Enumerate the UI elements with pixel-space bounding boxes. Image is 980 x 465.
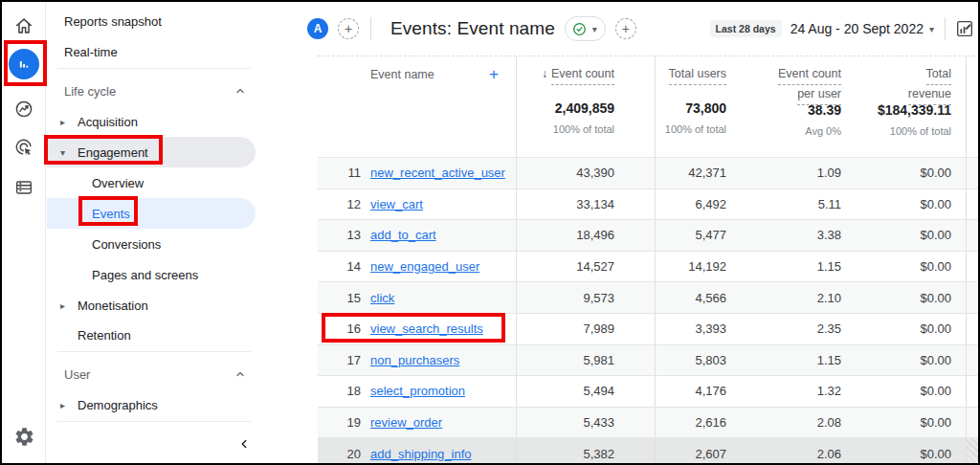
row-number: 20 — [332, 447, 361, 461]
sidebar-item-label: Real-time — [64, 45, 118, 59]
revenue-cell: $0.00 — [849, 189, 967, 220]
event-count-header-cell: ↓Event count 2,409,859 100% of total — [517, 56, 656, 157]
chevron-up-icon — [234, 368, 246, 380]
event-name-cell: 13add_to_cart — [318, 220, 517, 251]
event-name-cell: 11new_recent_active_user — [318, 158, 517, 188]
event-name-link[interactable]: non_purchasers — [370, 353, 459, 367]
collapsed-arrow-icon: ▸ — [60, 117, 78, 127]
totals-per-user: 38.39 — [734, 100, 841, 121]
nav-rail — [2, 2, 46, 463]
row-number: 17 — [332, 353, 361, 367]
table-scroll-sliver — [966, 345, 980, 376]
sidebar-item-reports-snapshot[interactable]: Reports snapshot — [47, 6, 162, 36]
event-name-link[interactable]: add_shipping_info — [370, 447, 472, 461]
sidebar-divider — [57, 421, 251, 422]
event-name-link[interactable]: click — [370, 291, 394, 305]
table-scroll-sliver — [966, 282, 980, 313]
total-users-cell: 3,393 — [656, 314, 734, 344]
event-name-cell: 16view_search_results — [318, 314, 517, 344]
row-number: 12 — [332, 197, 361, 211]
expanded-arrow-icon: ▾ — [60, 147, 78, 158]
revenue-cell: $0.00 — [849, 314, 967, 344]
sidebar-item-monetisation[interactable]: ▸ Monetisation — [47, 290, 148, 321]
per-user-cell: 3.38 — [734, 220, 849, 251]
add-dimension-button[interactable]: + — [489, 65, 499, 84]
sidebar-collapse-button[interactable] — [229, 429, 259, 459]
event-count-cell: 5,433 — [517, 408, 656, 438]
sidebar-item-events[interactable]: Events — [47, 198, 256, 229]
column-header-event-count[interactable]: Event count — [551, 65, 614, 85]
chevron-down-icon: ▾ — [592, 24, 597, 34]
sidebar-divider — [57, 351, 251, 352]
revenue-cell: $0.00 — [849, 438, 967, 465]
comparison-avatar[interactable]: A — [307, 18, 328, 39]
event-count-per-user-header-cell: Event count per user 38.39 Avg 0% — [734, 56, 849, 157]
explore-icon[interactable] — [2, 94, 46, 124]
event-name-cell: 20add_shipping_info — [318, 438, 517, 465]
table-row: 17non_purchasers5,9815,8031.15$0.00 — [318, 344, 980, 376]
column-header-per-user-line1[interactable]: Event count — [778, 65, 841, 85]
library-icon[interactable] — [2, 172, 46, 203]
sidebar-section-user[interactable]: User — [47, 359, 256, 389]
per-user-cell: 2.06 — [734, 438, 849, 465]
sidebar-item-label: Pages and screens — [92, 268, 198, 282]
header-divider — [945, 17, 946, 40]
chevron-down-icon: ▾ — [929, 24, 934, 34]
reports-icon[interactable] — [2, 49, 46, 79]
total-users-cell: 5,803 — [656, 345, 734, 376]
per-user-cell: 1.32 — [734, 376, 849, 407]
event-count-cell: 7,989 — [517, 314, 656, 344]
event-name-link[interactable]: view_cart — [370, 197, 423, 211]
event-name-link[interactable]: new_recent_active_user — [370, 166, 505, 180]
row-number: 11 — [332, 166, 361, 180]
sidebar-item-label: Acquisition — [78, 115, 138, 129]
table-row: 13add_to_cart18,4965,4773.38$0.00 — [318, 219, 980, 251]
sidebar-item-demographics[interactable]: ▸ Demographics — [47, 389, 158, 420]
report-header: A + Events: Event name ▾ + Last 28 days … — [303, 2, 980, 55]
all-users-filter-chip[interactable]: ▾ — [565, 16, 606, 41]
revenue-cell: $0.00 — [849, 252, 967, 282]
sidebar-section-life-cycle[interactable]: Life cycle — [47, 76, 256, 106]
add-comparison-button[interactable]: + — [338, 18, 359, 39]
total-users-cell: 2,616 — [656, 408, 734, 438]
add-filter-button[interactable]: + — [615, 18, 636, 39]
event-name-link[interactable]: view_search_results — [370, 321, 483, 336]
sidebar-item-real-time[interactable]: Real-time — [47, 36, 118, 67]
row-number: 19 — [332, 415, 361, 430]
sort-descending-icon[interactable]: ↓ — [542, 67, 547, 80]
sidebar-item-acquisition[interactable]: ▸ Acquisition — [47, 106, 138, 137]
per-user-cell: 5.11 — [734, 189, 849, 220]
event-count-cell: 5,981 — [517, 345, 656, 376]
event-name-link[interactable]: add_to_cart — [370, 228, 436, 242]
settings-gear-icon[interactable] — [2, 421, 46, 452]
sidebar-item-label: Retention — [78, 328, 131, 343]
table-header-row: Event name + ↓Event count 2,409,859 100%… — [318, 55, 980, 157]
event-name-link[interactable]: select_promotion — [370, 384, 465, 398]
home-icon[interactable] — [2, 11, 46, 41]
total-revenue-header-cell: Total revenue $184,339.11 100% of total — [849, 56, 967, 157]
sidebar-item-conversions[interactable]: Conversions — [47, 229, 161, 259]
revenue-cell: $0.00 — [849, 158, 967, 188]
total-users-cell: 5,477 — [656, 220, 734, 251]
reports-icon-selected — [9, 49, 39, 79]
date-range-value: 24 Aug - 20 Sept 2022 — [791, 21, 924, 36]
date-range-picker[interactable]: 24 Aug - 20 Sept 2022 ▾ — [791, 21, 934, 36]
event-name-link[interactable]: review_order — [370, 415, 442, 430]
sidebar-item-overview[interactable]: Overview — [47, 167, 144, 198]
header-divider — [370, 17, 371, 40]
advertising-icon[interactable] — [2, 132, 46, 163]
chevron-up-icon — [234, 85, 246, 97]
sidebar-item-pages-and-screens[interactable]: Pages and screens — [47, 259, 198, 290]
event-count-cell: 5,382 — [517, 438, 656, 465]
column-header-event-name[interactable]: Event name — [370, 68, 434, 81]
customize-report-icon[interactable] — [954, 18, 975, 39]
row-number: 15 — [332, 291, 361, 305]
event-name-cell: 19review_order — [318, 408, 517, 438]
sidebar-item-engagement[interactable]: ▾ Engagement — [47, 137, 256, 167]
column-header-total-users[interactable]: Total users — [669, 65, 726, 85]
table-body: 11new_recent_active_user43,39042,3711.09… — [318, 157, 980, 465]
sidebar-item-retention[interactable]: Retention — [47, 320, 131, 350]
column-header-revenue-line1[interactable]: Total — [926, 65, 951, 85]
event-name-link[interactable]: new_engaged_user — [370, 259, 479, 274]
section-label: User — [64, 367, 90, 382]
